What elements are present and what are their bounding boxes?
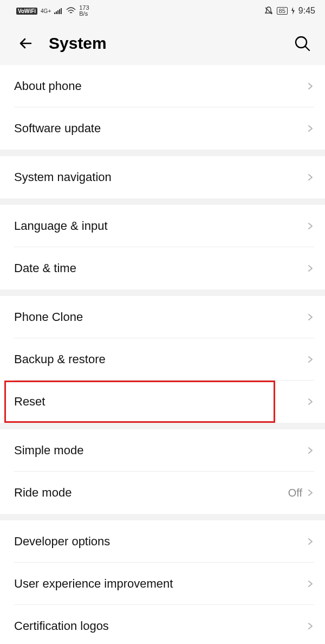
back-arrow-icon (17, 34, 35, 53)
setting-row-certification-logos[interactable]: Certification logos (0, 605, 325, 644)
setting-row-ride-mode[interactable]: Ride modeOff (0, 472, 325, 514)
setting-row-about-phone[interactable]: About phone (0, 65, 325, 107)
chevron-right-icon (307, 173, 314, 181)
setting-label: Reset (14, 395, 45, 409)
svg-rect-3 (59, 9, 60, 14)
chevron-right-icon (307, 265, 314, 272)
chevron-right-icon (307, 622, 314, 630)
setting-label: Phone Clone (14, 310, 83, 324)
settings-group: Developer optionsUser experience improve… (0, 520, 325, 644)
setting-row-software-update[interactable]: Software update (0, 107, 325, 150)
search-icon (294, 35, 311, 52)
svg-rect-2 (57, 10, 58, 14)
svg-point-6 (296, 37, 307, 48)
charging-icon (291, 7, 295, 15)
wifi-icon (66, 7, 76, 15)
setting-row-system-navigation[interactable]: System navigation (0, 156, 325, 198)
setting-label: Certification logos (14, 619, 109, 633)
setting-label: Software update (14, 121, 101, 136)
settings-group: About phoneSoftware update (0, 65, 325, 150)
setting-row-reset[interactable]: Reset (0, 381, 325, 423)
setting-row-simple-mode[interactable]: Simple mode (0, 429, 325, 472)
setting-label: Developer options (14, 534, 110, 549)
chevron-right-icon (307, 222, 314, 230)
settings-group: Phone CloneBackup & restoreReset (0, 296, 325, 423)
settings-list: About phoneSoftware updateSystem navigat… (0, 65, 325, 644)
chevron-right-icon (307, 398, 314, 405)
svg-rect-4 (61, 8, 62, 14)
settings-group: Simple modeRide modeOff (0, 429, 325, 514)
chevron-right-icon (307, 82, 314, 90)
page-title: System (49, 34, 107, 53)
chevron-right-icon (307, 356, 314, 363)
settings-group: Language & inputDate & time (0, 205, 325, 289)
setting-label: Simple mode (14, 443, 83, 458)
setting-label: User experience improvement (14, 577, 173, 591)
mute-icon (264, 6, 274, 16)
network-type: 4G+ (41, 8, 51, 14)
status-bar: VoWiFi 4G+ 173 B/s 85 9:45 (0, 0, 325, 22)
setting-row-user-experience[interactable]: User experience improvement (0, 563, 325, 605)
chevron-right-icon (307, 313, 314, 321)
setting-label: System navigation (14, 170, 112, 184)
setting-label: Backup & restore (14, 352, 106, 366)
setting-label: Language & input (14, 219, 108, 233)
setting-label: About phone (14, 79, 82, 93)
chevron-right-icon (307, 125, 314, 132)
setting-value: Off (288, 487, 302, 499)
status-left: VoWiFi 4G+ 173 B/s (16, 5, 89, 17)
svg-line-7 (306, 47, 309, 50)
battery-indicator: 85 (277, 7, 288, 15)
setting-row-backup-restore[interactable]: Backup & restore (0, 338, 325, 381)
setting-row-phone-clone[interactable]: Phone Clone (0, 296, 325, 338)
back-button[interactable] (13, 30, 39, 56)
vowifi-badge: VoWiFi (16, 8, 37, 15)
setting-row-date-time[interactable]: Date & time (0, 247, 325, 289)
setting-row-language-input[interactable]: Language & input (0, 205, 325, 247)
search-button[interactable] (290, 31, 314, 55)
chevron-right-icon (307, 489, 314, 497)
network-speed: 173 B/s (79, 5, 89, 17)
signal-icon (54, 8, 63, 14)
chevron-right-icon (307, 538, 314, 545)
chevron-right-icon (307, 447, 314, 454)
svg-rect-1 (56, 11, 57, 14)
chevron-right-icon (307, 580, 314, 588)
svg-rect-0 (54, 12, 55, 14)
setting-label: Ride mode (14, 486, 72, 500)
status-right: 85 9:45 (264, 6, 315, 16)
setting-label: Date & time (14, 261, 76, 275)
setting-row-developer-options[interactable]: Developer options (0, 520, 325, 563)
settings-group: System navigation (0, 156, 325, 198)
app-header: System (0, 22, 325, 65)
status-time: 9:45 (298, 6, 315, 16)
